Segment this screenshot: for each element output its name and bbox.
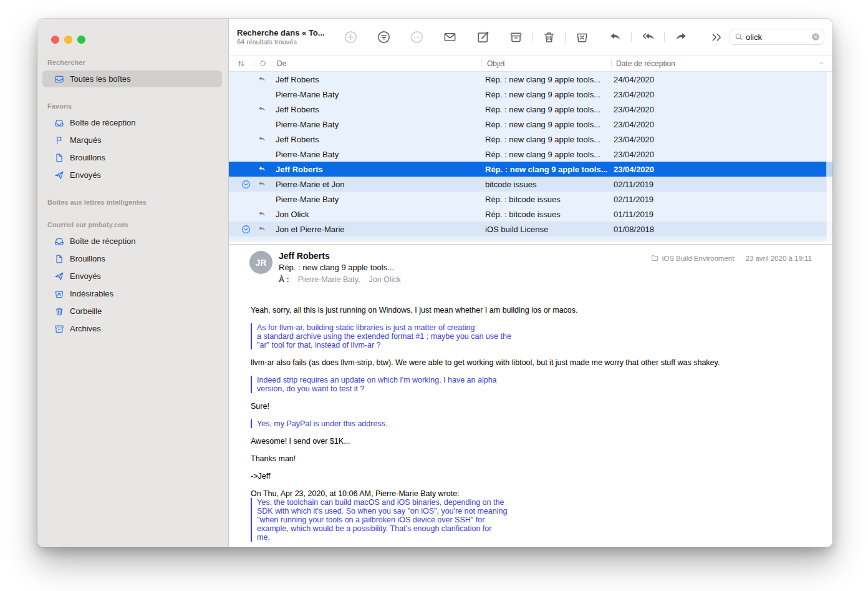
message-date: 23 avril 2020 à 19:11 [745, 255, 812, 262]
sort-column-header[interactable] [229, 59, 254, 68]
filter-button[interactable] [376, 29, 391, 44]
message-subject: Rép. : new clang 9 apple tools... [279, 263, 401, 272]
mailbox-name: iOS Build Environment [662, 255, 735, 262]
window-title: Recherche dans « To... [237, 28, 343, 37]
archive-button[interactable] [508, 29, 523, 44]
compose-button[interactable] [475, 29, 490, 44]
body-text-block: Awesome! I send over $1K... [251, 437, 812, 446]
clear-search-button[interactable] [811, 32, 820, 41]
message-row[interactable]: Pierre-Marie BatyRép. : new clang 9 appl… [229, 87, 832, 102]
sidebar-item-all-inboxes[interactable]: Toutes les boîtes [42, 71, 222, 87]
row-date: 01/11/2019 [609, 210, 832, 219]
chevron-circle-down-icon[interactable] [241, 180, 251, 189]
reply-all-button[interactable] [640, 29, 655, 44]
envelope-icon [443, 31, 456, 44]
minimize-window-button[interactable] [64, 36, 72, 44]
column-header-objet[interactable]: Objet [482, 59, 611, 68]
forward-button[interactable] [673, 29, 688, 44]
expander-cell[interactable] [229, 180, 254, 189]
status-cell [254, 105, 270, 114]
body-text-block: llvm-ar also fails (as does llvm-strip, … [251, 358, 812, 367]
message-header: JR Jeff Roberts Rép. : new clang 9 apple… [249, 251, 812, 284]
recipient-token[interactable]: Pierre-Marie Baty, [298, 275, 360, 284]
reply-indicator-icon [258, 180, 266, 188]
message-row[interactable]: Jeff RobertsRép. : new clang 9 apple too… [229, 72, 832, 87]
add-button[interactable] [343, 29, 358, 44]
status-cell [254, 165, 270, 173]
message-row[interactable]: Jeff RobertsRép. : new clang 9 apple too… [229, 132, 832, 147]
row-sender: Jon Olick [270, 240, 480, 242]
search-input[interactable] [746, 32, 809, 42]
flag-icon [54, 135, 64, 145]
column-header-de[interactable]: De [271, 59, 481, 68]
close-window-button[interactable] [51, 36, 59, 44]
junk-button[interactable] [574, 29, 589, 44]
row-sender: Jeff Roberts [270, 105, 480, 114]
sidebar-item-trash-pmbaty[interactable]: Corbeille [42, 303, 222, 320]
sender-name: Jeff Roberts [279, 251, 401, 261]
sidebar-item-flagged[interactable]: Marqués [42, 132, 222, 149]
status-column-header[interactable] [254, 59, 271, 67]
junk-icon [576, 31, 589, 44]
column-options-button[interactable] [818, 60, 825, 67]
sidebar-item-inbox-pmbaty[interactable]: Boîte de réception [42, 233, 222, 250]
sidebar-item-label: Archives [70, 324, 101, 333]
get-mail-button[interactable] [442, 29, 457, 44]
reply-icon [609, 31, 622, 44]
sidebar-item-junk-pmbaty[interactable]: Indésirables [42, 285, 222, 302]
expander-cell[interactable] [229, 225, 254, 234]
row-subject: Rép. : bitcode issues [480, 195, 609, 204]
row-date: 23/04/2020 [609, 120, 832, 129]
archive-box-icon [54, 324, 64, 334]
zoom-window-button[interactable] [77, 36, 85, 44]
quoted-text-block: Yes, the toolchain can build macOS and i… [251, 498, 812, 542]
message-list: Jeff RobertsRép. : new clang 9 apple too… [229, 72, 832, 245]
sidebar-item-inbox-favorites[interactable]: Boîte de réception [42, 114, 222, 131]
search-field[interactable] [730, 29, 824, 45]
more-button[interactable] [409, 29, 424, 44]
draft-icon [54, 254, 64, 264]
body-text-block: On Thu, Apr 23, 2020, at 10:06 AM, Pierr… [251, 489, 812, 498]
sidebar: RechercherToutes les boîtesFavorisBoîte … [37, 19, 229, 547]
message-row[interactable]: Pierre-Marie BatyRép. : new clang 9 appl… [229, 117, 832, 132]
delete-button[interactable] [541, 29, 556, 44]
row-sender: Pierre-Marie Baty [270, 195, 480, 204]
reply-indicator-icon [258, 135, 266, 144]
inbox-icon [54, 237, 64, 247]
message-row[interactable]: Jeff RobertsRép. : new clang 9 apple too… [229, 162, 832, 177]
compose-icon [476, 31, 489, 44]
row-date: 23/04/2020 [609, 150, 832, 159]
sidebar-item-archive-pmbaty[interactable]: Archives [42, 320, 222, 337]
reply-button[interactable] [607, 29, 622, 44]
message-row[interactable]: Jeff RobertsRép. : new clang 9 apple too… [229, 102, 832, 117]
sidebar-item-sent-pmbaty[interactable]: Envoyés [42, 268, 222, 285]
sidebar-item-drafts-pmbaty[interactable]: Brouillons [42, 250, 222, 267]
message-row[interactable]: Jon et Pierre-MarieiOS build License01/0… [229, 222, 832, 237]
recipient-token[interactable]: Jon Olick [369, 275, 400, 284]
sidebar-section-label: Courriel sur pmbaty.com [37, 221, 228, 228]
chevron-circle-down-icon[interactable] [241, 225, 251, 234]
mailbox-list: RechercherToutes les boîtesFavorisBoîte … [37, 59, 228, 337]
toolbar: Recherche dans « To... 64 résultats trou… [229, 19, 832, 55]
sidebar-item-sent-favorites[interactable]: Envoyés [42, 167, 222, 183]
inbox-icon [54, 118, 64, 128]
column-header-date[interactable]: Date de réception [612, 59, 818, 68]
message-row[interactable]: Pierre-Marie BatyRép. : new clang 9 appl… [229, 147, 832, 162]
row-date: 23/04/2020 [609, 90, 832, 99]
status-cell [254, 210, 270, 218]
sidebar-item-drafts-favorites[interactable]: Brouillons [42, 149, 222, 166]
message-row[interactable]: Pierre-Marie BatyRép. : bitcode issues02… [229, 192, 832, 207]
row-subject: bitcode issues [480, 180, 609, 189]
message-row[interactable]: Jon OlickRép. : bitcode issues01/11/2019 [229, 207, 832, 222]
row-sender: Jon Olick [270, 210, 480, 219]
sidebar-item-label: Corbeille [70, 306, 102, 316]
results-count: 64 résultats trouvés [237, 38, 343, 46]
sort-arrows-icon [237, 59, 246, 68]
row-sender: Pierre-Marie Baty [270, 120, 480, 129]
row-date: 23/04/2020 [609, 105, 832, 114]
message-row[interactable]: Jon OlickRép. : iOS build License01/08/2… [229, 237, 832, 242]
overflow-button[interactable] [709, 29, 724, 44]
message-row[interactable]: Pierre-Marie et Jonbitcode issues02/11/2… [229, 177, 832, 192]
row-subject: Rép. : new clang 9 apple tools... [480, 165, 609, 174]
toolbar-divider [631, 32, 632, 42]
